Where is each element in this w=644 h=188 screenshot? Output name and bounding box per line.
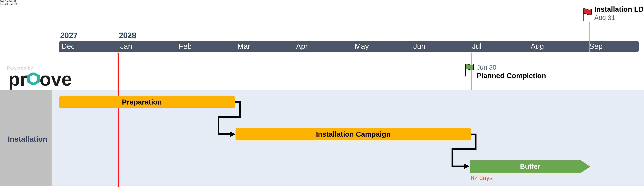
task-dates-campaign: Feb 29 - Jun 30 bbox=[0, 3, 644, 6]
month-jul: Jul bbox=[472, 42, 482, 50]
task-dates-preparation: Dec 1 - Feb 29 bbox=[0, 0, 644, 3]
month-dec: Dec bbox=[62, 42, 75, 50]
task-label-buffer: Buffer bbox=[470, 162, 590, 170]
milestone-date-ld: Aug 31 bbox=[594, 14, 615, 22]
task-label-campaign: Installation Campaign bbox=[316, 130, 390, 138]
month-jun: Jun bbox=[413, 42, 425, 50]
task-label-preparation: Preparation bbox=[122, 98, 162, 106]
year-label-2027: 2027 bbox=[60, 31, 78, 40]
section-label: Installation bbox=[8, 135, 47, 144]
milestone-title-ld: Installation LD bbox=[594, 5, 644, 14]
flag-icon bbox=[582, 8, 593, 22]
month-sep: Sep bbox=[589, 42, 602, 50]
milestone-title-planned: Planned Completion bbox=[477, 72, 546, 80]
task-bar-campaign: Installation Campaign bbox=[236, 128, 471, 140]
month-apr: Apr bbox=[296, 42, 308, 50]
month-jan: Jan bbox=[120, 42, 132, 50]
gantt-chart: Powered by pr ove 2027 2028 Dec Jan Feb … bbox=[0, 0, 644, 188]
timeline-axis: Dec Jan Feb Mar Apr May Jun Jul Aug Sep bbox=[59, 41, 639, 52]
today-line bbox=[118, 53, 119, 187]
task-bar-preparation: Preparation bbox=[59, 96, 235, 108]
year-label-2028: 2028 bbox=[119, 31, 136, 40]
buffer-duration: 62 days bbox=[471, 174, 492, 182]
svg-marker-0 bbox=[28, 73, 38, 84]
month-aug: Aug bbox=[530, 42, 544, 50]
proove-logo: pr ove bbox=[8, 68, 72, 90]
month-feb: Feb bbox=[179, 42, 192, 50]
milestone-date-planned: Jun 30 bbox=[477, 64, 496, 71]
hexagon-icon bbox=[27, 68, 40, 89]
task-bar-buffer: Buffer bbox=[470, 160, 590, 173]
flag-icon bbox=[464, 63, 475, 78]
milestone-line-ld bbox=[589, 22, 590, 52]
month-mar: Mar bbox=[238, 42, 250, 50]
month-may: May bbox=[355, 42, 369, 50]
